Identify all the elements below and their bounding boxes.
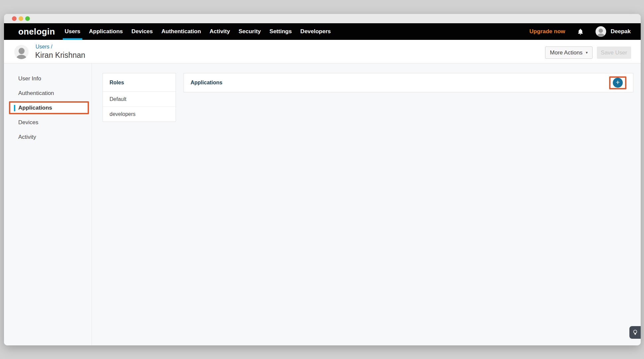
top-navbar: onelogin Users Applications Devices Auth…	[4, 23, 641, 40]
nav-item-users[interactable]: Users	[60, 23, 85, 40]
sidebar-item-activity[interactable]: Activity	[4, 130, 92, 144]
user-section-sidebar: User Info Authentication Applications De…	[4, 63, 92, 345]
page-header: Users / Kiran Krishnan More Actions ▾ Sa…	[4, 40, 641, 63]
highlight-annotation-box: +	[609, 76, 626, 89]
lightbulb-icon	[633, 329, 638, 336]
navbar-right-cluster: Upgrade now Deepak	[529, 23, 631, 40]
user-menu[interactable]: Deepak	[611, 28, 631, 35]
applications-panel-title: Applications	[191, 80, 222, 86]
active-item-accent-bar	[14, 105, 15, 111]
help-lightbulb-tab[interactable]	[629, 326, 641, 339]
breadcrumb[interactable]: Users /	[36, 44, 52, 50]
sidebar-item-user-info[interactable]: User Info	[4, 71, 92, 86]
content-area: User Info Authentication Applications De…	[4, 63, 641, 345]
applications-panel: Applications +	[184, 73, 633, 92]
profile-avatar	[14, 45, 29, 59]
chevron-down-icon: ▾	[586, 50, 588, 55]
more-actions-label: More Actions	[550, 49, 583, 56]
nav-item-activity[interactable]: Activity	[205, 23, 234, 40]
role-row-developers[interactable]: developers	[103, 107, 176, 122]
onelogin-logo[interactable]: onelogin	[18, 27, 55, 37]
app-window: onelogin Users Applications Devices Auth…	[4, 14, 641, 345]
sidebar-item-applications[interactable]: Applications	[4, 101, 92, 115]
nav-item-applications[interactable]: Applications	[85, 23, 127, 40]
sidebar-item-devices[interactable]: Devices	[4, 115, 92, 130]
role-row-default[interactable]: Default	[103, 92, 176, 107]
nav-item-developers[interactable]: Developers	[296, 23, 335, 40]
user-avatar[interactable]	[596, 26, 606, 37]
desktop: onelogin Users Applications Devices Auth…	[0, 0, 644, 359]
primary-nav: Users Applications Devices Authenticatio…	[60, 23, 335, 40]
roles-panel-title: Roles	[103, 73, 176, 92]
nav-item-security[interactable]: Security	[234, 23, 265, 40]
plus-icon: +	[616, 78, 620, 87]
main-panel: Roles Default developers Applications +	[92, 63, 641, 345]
zoom-window-button[interactable]	[25, 16, 30, 21]
upgrade-now-link[interactable]: Upgrade now	[529, 28, 565, 35]
nav-item-settings[interactable]: Settings	[265, 23, 296, 40]
nav-item-devices[interactable]: Devices	[127, 23, 157, 40]
minimize-window-button[interactable]	[19, 16, 23, 21]
more-actions-button[interactable]: More Actions ▾	[545, 46, 593, 59]
add-application-button[interactable]: +	[613, 78, 623, 88]
window-titlebar	[4, 14, 641, 23]
notifications-bell-icon[interactable]	[577, 28, 584, 35]
nav-item-authentication[interactable]: Authentication	[157, 23, 205, 40]
page-title: Kiran Krishnan	[35, 51, 85, 60]
save-user-button[interactable]: Save User	[597, 46, 631, 59]
close-window-button[interactable]	[12, 16, 17, 21]
roles-panel: Roles Default developers	[103, 73, 176, 122]
sidebar-item-authentication[interactable]: Authentication	[4, 86, 92, 101]
